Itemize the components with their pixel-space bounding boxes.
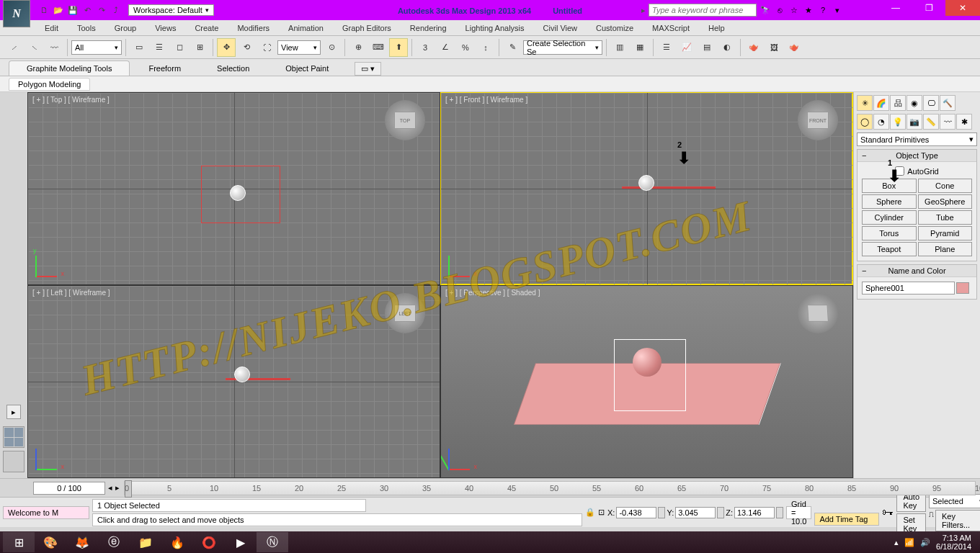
tray-network-icon[interactable]: 📶: [904, 538, 914, 547]
layer-manager-icon[interactable]: ☰: [657, 38, 676, 57]
exchange-icon[interactable]: ☆: [788, 4, 800, 16]
lock-icon[interactable]: 🔒: [585, 508, 595, 517]
tray-volume-icon[interactable]: 🔊: [920, 538, 930, 547]
communication-icon[interactable]: ⎋: [774, 4, 785, 16]
tray-up-icon[interactable]: ▴: [894, 538, 899, 547]
render-setup-icon[interactable]: 🫖: [744, 38, 763, 57]
keymode-combo[interactable]: Selected: [929, 494, 980, 508]
pyramid-button[interactable]: Pyramid: [918, 226, 973, 240]
viewport-left[interactable]: [ + ] [ Left ] [ Wireframe ] LEFT: [28, 286, 440, 477]
frame-indicator[interactable]: 0 / 100: [33, 482, 105, 495]
hierarchy-tab-icon[interactable]: 品: [890, 95, 906, 111]
favorites-icon[interactable]: ★: [803, 4, 814, 16]
menu-tools[interactable]: Tools: [68, 22, 104, 34]
timeline-next-icon[interactable]: ▸: [115, 483, 120, 493]
box-button[interactable]: Box: [862, 179, 917, 193]
name-color-header[interactable]: Name and Color: [858, 265, 976, 277]
object-name-input[interactable]: [862, 282, 955, 295]
z-coord-input[interactable]: [734, 507, 775, 518]
ribbon-tab-objectpaint[interactable]: Object Paint: [268, 61, 346, 76]
viewport-perspective[interactable]: [ + ] [ Perspective ] [ Shaded ]: [441, 286, 852, 477]
menu-views[interactable]: Views: [146, 22, 184, 34]
select-scale-icon[interactable]: ⛶: [257, 38, 276, 57]
menu-group[interactable]: Group: [106, 22, 146, 34]
menu-lighting[interactable]: Lighting Analysis: [457, 22, 533, 34]
mirror-icon[interactable]: ▥: [610, 38, 629, 57]
search-arrow-icon[interactable]: ▸: [641, 6, 646, 15]
rendered-frame-icon[interactable]: 🖼: [765, 38, 783, 57]
taskbar-explorer-icon[interactable]: 📁: [130, 532, 161, 552]
app-logo[interactable]: [3, 0, 30, 27]
motion-tab-icon[interactable]: ◉: [906, 95, 922, 111]
ribbon-collapse-button[interactable]: ▭ ▾: [355, 62, 381, 76]
add-time-tag[interactable]: Add Time Tag: [814, 513, 879, 526]
keyfilters-button[interactable]: Key Filters...: [935, 510, 980, 531]
cone-button[interactable]: Cone: [918, 179, 973, 193]
new-icon[interactable]: 🗋: [37, 4, 50, 17]
select-link-icon[interactable]: ⟋: [4, 38, 23, 57]
autogrid-checkbox[interactable]: [895, 166, 904, 176]
create-tab-icon[interactable]: ✳: [857, 95, 873, 111]
menu-edit[interactable]: Edit: [36, 22, 67, 34]
tube-button[interactable]: Tube: [918, 210, 973, 225]
percent-snap-icon[interactable]: %: [456, 38, 475, 57]
select-region-icon[interactable]: ◻: [170, 38, 189, 57]
use-center-icon[interactable]: ⊙: [322, 38, 341, 57]
menu-customize[interactable]: Customize: [587, 22, 642, 34]
align-icon[interactable]: ▦: [631, 38, 649, 57]
menu-grapheditors[interactable]: Graph Editors: [334, 22, 400, 34]
geosphere-button[interactable]: GeoSphere: [918, 194, 973, 209]
utilities-tab-icon[interactable]: 🔨: [940, 95, 956, 111]
viewcube-front[interactable]: FRONT: [798, 100, 838, 140]
taskbar-firefox-icon[interactable]: 🦊: [66, 532, 98, 552]
search-input[interactable]: [649, 4, 757, 17]
taskbar-ie-icon[interactable]: ⓔ: [98, 532, 130, 552]
torus-button[interactable]: Torus: [862, 226, 917, 240]
taskbar-3dsmax-icon[interactable]: Ⓝ: [257, 532, 288, 552]
help-dropdown-icon[interactable]: ▾: [832, 4, 843, 16]
timeline-play-icon[interactable]: ▸: [6, 405, 21, 419]
taskbar-media-icon[interactable]: 🔥: [161, 532, 193, 552]
timeline-prev-icon[interactable]: ◂: [108, 483, 112, 493]
y-coord-input[interactable]: [675, 507, 716, 518]
menu-animation[interactable]: Animation: [280, 22, 332, 34]
key-icon[interactable]: 🗝: [882, 506, 894, 519]
undo-icon[interactable]: ↶: [81, 4, 94, 17]
help-icon[interactable]: ?: [817, 4, 829, 16]
menu-help[interactable]: Help: [700, 22, 734, 34]
link-icon[interactable]: ⤴: [110, 4, 122, 17]
schematic-icon[interactable]: ▤: [698, 38, 716, 57]
viewport-layout-button[interactable]: [3, 426, 24, 448]
plane-button[interactable]: Plane: [918, 242, 973, 256]
menu-modifiers[interactable]: Modifiers: [228, 22, 278, 34]
maximize-button[interactable]: ❐: [912, 0, 945, 16]
helpers-cat-icon[interactable]: 📏: [923, 114, 939, 130]
viewport-layout-alt[interactable]: [3, 451, 24, 472]
unlink-icon[interactable]: ⟍: [24, 38, 43, 57]
primitive-category[interactable]: Standard Primitives: [857, 132, 977, 146]
redo-icon[interactable]: ↷: [95, 4, 108, 17]
lights-cat-icon[interactable]: 💡: [890, 114, 906, 130]
edit-named-sel-icon[interactable]: ✎: [503, 38, 522, 57]
cylinder-button[interactable]: Cylinder: [862, 210, 917, 225]
named-selection-set[interactable]: Create Selection Se: [523, 40, 602, 55]
taskbar-wmp-icon[interactable]: ▶: [225, 532, 257, 552]
y-spinner[interactable]: [717, 507, 724, 518]
shapes-cat-icon[interactable]: ◔: [873, 114, 889, 130]
snap-toggle-icon[interactable]: ⬆: [389, 38, 408, 57]
isolate-icon[interactable]: ⊡: [598, 508, 605, 517]
taskbar-paint-icon[interactable]: 🎨: [35, 532, 66, 552]
z-spinner[interactable]: [776, 507, 783, 518]
viewport-front[interactable]: [ + ] [ Front ] [ Wireframe ] FRONT: [441, 93, 852, 284]
tray-clock[interactable]: 7:13 AM6/18/2014: [936, 534, 971, 551]
ribbon-tab-freeform[interactable]: Freeform: [131, 61, 198, 76]
modify-tab-icon[interactable]: 🌈: [873, 95, 889, 111]
save-icon[interactable]: 💾: [66, 4, 79, 17]
snap-3-icon[interactable]: 3: [416, 38, 435, 57]
geometry-cat-icon[interactable]: ◯: [857, 114, 873, 130]
reference-system[interactable]: View: [277, 40, 321, 55]
window-crossing-icon[interactable]: ⊞: [190, 38, 209, 57]
sphere-button[interactable]: Sphere: [862, 194, 917, 209]
viewcube-top[interactable]: TOP: [385, 100, 425, 140]
keyboard-shortcut-icon[interactable]: ⌨: [369, 38, 388, 57]
